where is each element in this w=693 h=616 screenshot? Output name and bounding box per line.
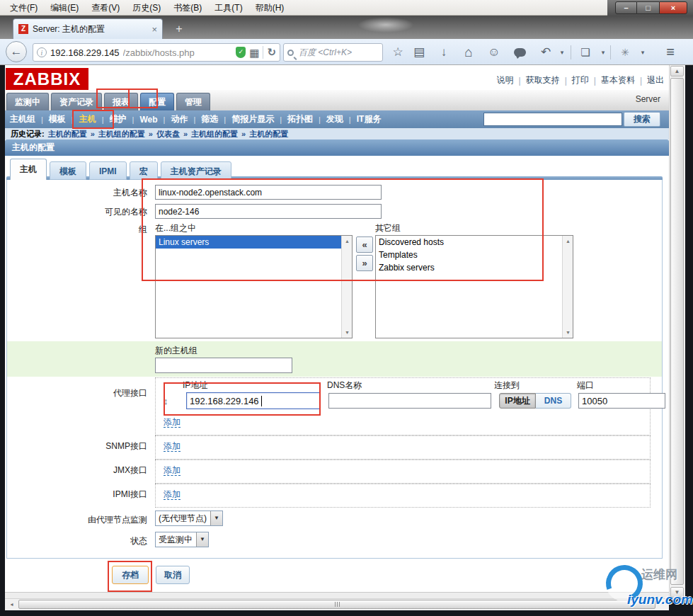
monitored-by-label: 由代理节点监测 [28,513,147,526]
reload-icon[interactable]: ↻ [267,46,276,59]
add-agent-interface-link[interactable]: 添加 [164,417,181,428]
link-support[interactable]: 获取支持 [526,74,560,86]
tab-close-icon[interactable]: × [151,25,157,34]
clipboard-icon[interactable]: ▤ [411,44,427,61]
zabbix-logo[interactable]: ZABBIX [6,68,88,90]
subnav-separator: | [349,115,351,124]
link-print[interactable]: 打印 [572,74,589,86]
back-button[interactable]: ← [6,41,27,62]
subnav-actions[interactable]: 动作 [171,113,188,125]
url-bar[interactable]: i 192.168.229.145 /zabbix/hosts.php ✓ ▦ … [33,43,280,62]
browser-search-box[interactable] [283,43,383,62]
nav-tab-monitoring[interactable]: 监测中 [6,93,49,110]
connect-ip-button[interactable]: IP地址 [499,393,536,409]
ipmi-interface-label: IPMI接口 [42,488,147,501]
breadcrumb-link[interactable]: 主机的配置 [48,129,87,139]
breadcrumb-link[interactable]: 主机组的配置 [191,129,238,139]
connect-dns-button[interactable]: DNS [536,393,571,409]
horizontal-scroll-thumb[interactable] [18,600,655,609]
scroll-up-icon[interactable]: ▲ [563,236,573,246]
scroll-down-icon[interactable]: ▼ [563,328,573,337]
breadcrumb-link[interactable]: 主机组的配置 [98,129,145,139]
undo-dropdown-icon[interactable]: ▾ [558,48,566,57]
qr-code-icon[interactable]: ▦ [249,47,259,58]
nav-tab-inventory[interactable]: 资产记录 [51,93,102,110]
downloads-icon[interactable]: ↓ [436,44,452,61]
add-snmp-interface-link[interactable]: 添加 [164,441,181,452]
status-value: 受监测中 [156,534,196,546]
subnav-host-groups[interactable]: 主机组 [10,113,35,125]
scroll-up-arrow[interactable]: ▲ [670,66,684,76]
form-tabs: 主机 模板 IPMI 宏 主机资产记录 [10,159,231,180]
snmp-interface-label: SNMP接口 [42,440,147,452]
zabbix-search-button[interactable]: 搜索 [624,112,660,127]
bookmark-star-icon[interactable]: ☆ [390,44,406,61]
vertical-scroll-thumb[interactable] [670,78,684,585]
annotation-box-configuration-wide [96,89,158,108]
monitored-by-select[interactable]: (无代理节点) ▼ [155,511,223,526]
new-group-input[interactable] [155,358,292,373]
breadcrumb-link[interactable]: 仪表盘 [156,129,180,139]
form-tab-host[interactable]: 主机 [10,159,47,180]
scroll-left-arrow[interactable]: ◂ [6,600,17,609]
close-window-button[interactable]: × [659,1,687,14]
link-help[interactable]: 说明 [497,74,514,86]
link-separator: | [640,76,642,86]
menu-item-file[interactable]: 文件(F) [4,0,43,16]
site-info-icon[interactable]: i [37,47,47,57]
snmp-interface-section [155,435,651,460]
plugin-dropdown-icon[interactable]: ▾ [638,48,647,57]
menu-item-history[interactable]: 历史(S) [127,0,166,16]
add-ipmi-interface-link[interactable]: 添加 [164,489,181,500]
tab-title: Server: 主机的配置 [33,23,147,35]
security-shield-icon[interactable]: ✓ [236,47,246,58]
subnav-web[interactable]: Web [139,115,157,125]
subnav-slideshows[interactable]: 简报片显示 [231,113,274,125]
form-tab-macros[interactable]: 宏 [130,161,158,180]
scroll-down-icon[interactable]: ▼ [343,328,352,337]
add-jmx-interface-link[interactable]: 添加 [164,465,181,476]
search-icon[interactable] [287,50,294,56]
menu-item-help[interactable]: 帮助(H) [250,0,290,16]
dns-name-input[interactable] [328,393,491,409]
subnav-templates[interactable]: 模板 [49,113,66,125]
chat-bubble-icon[interactable] [514,48,526,57]
menu-item-bookmarks[interactable]: 书签(B) [168,0,207,16]
menu-hamburger-icon[interactable]: ≡ [661,42,680,61]
subnav-discovery[interactable]: 发现 [326,113,343,125]
status-select[interactable]: 受监测中 ▼ [155,532,209,547]
feedback-smiley-icon[interactable]: ☺ [486,44,502,61]
screenshot-crop-icon[interactable]: ❏ [578,44,593,61]
crop-dropdown-icon[interactable]: ▾ [599,48,607,57]
chevron-down-icon[interactable]: ▼ [196,532,208,547]
link-logout[interactable]: 退出 [647,74,664,86]
nav-tab-administration[interactable]: 管理 [176,93,210,110]
minimize-button[interactable]: – [615,1,637,14]
menu-item-edit[interactable]: 编辑(E) [45,0,84,16]
maximize-button[interactable]: □ [637,1,659,14]
form-tab-templates[interactable]: 模板 [50,161,86,180]
zabbix-search-input[interactable] [483,113,622,126]
browser-search-input[interactable] [297,47,379,58]
form-tab-host-inventory[interactable]: 主机资产记录 [161,161,231,180]
link-profile[interactable]: 基本资料 [601,74,635,86]
menu-item-view[interactable]: 查看(V) [86,0,125,16]
footer-strip [5,593,669,598]
home-icon[interactable]: ⌂ [461,44,476,61]
browser-tab[interactable]: Z Server: 主机的配置 × [13,18,163,39]
subnav-screens[interactable]: 筛选 [201,113,218,125]
listbox-scrollbar[interactable]: ▲ ▼ [562,236,573,338]
port-input[interactable] [578,393,665,409]
plugin-fly-icon[interactable]: ✳ [617,44,633,61]
annotation-box-hosts [72,110,114,129]
new-tab-button[interactable]: + [170,22,188,36]
menu-item-tools[interactable]: 工具(T) [209,0,248,16]
chevron-down-icon[interactable]: ▼ [210,511,222,525]
form-tab-ipmi[interactable]: IPMI [89,161,127,180]
subnav-it-services[interactable]: IT服务 [357,113,382,125]
url-path: /zabbix/hosts.php [123,47,233,58]
subnav-maps[interactable]: 拓扑图 [287,113,313,125]
cancel-button[interactable]: 取消 [156,566,190,584]
undo-icon[interactable]: ↶ [538,44,554,61]
breadcrumb-link[interactable]: 主机的配置 [249,129,288,139]
